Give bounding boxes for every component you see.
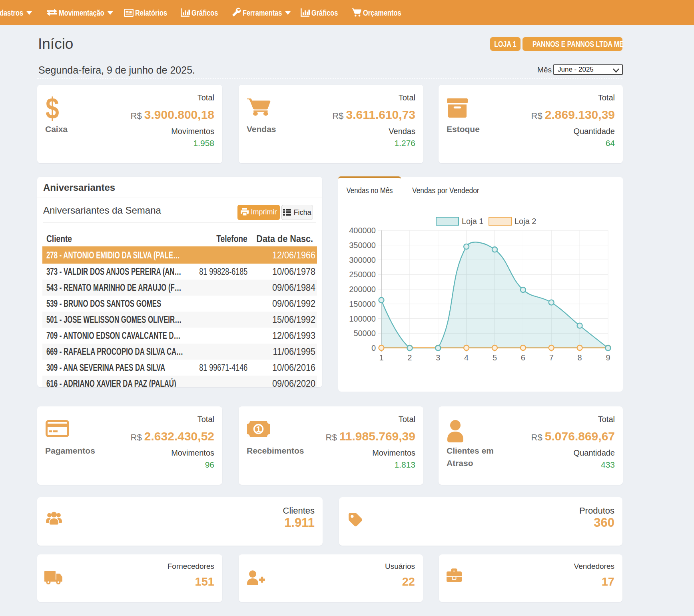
svg-text:50000: 50000: [353, 329, 376, 338]
svg-text:150000: 150000: [349, 300, 376, 308]
svg-text:350000: 350000: [349, 241, 376, 250]
svg-text:400000: 400000: [349, 226, 376, 235]
svg-text:9: 9: [606, 353, 610, 362]
svg-text:300000: 300000: [349, 256, 376, 264]
svg-text:1: 1: [379, 353, 383, 362]
svg-text:200000: 200000: [349, 285, 376, 294]
svg-text:Loja 1: Loja 1: [462, 217, 484, 226]
svg-text:7: 7: [549, 353, 554, 362]
svg-text:2: 2: [407, 353, 412, 362]
svg-text:250000: 250000: [349, 270, 376, 279]
svg-text:0: 0: [371, 344, 376, 352]
svg-text:3: 3: [436, 353, 440, 362]
svg-text:Loja 2: Loja 2: [515, 217, 536, 226]
svg-text:5: 5: [493, 353, 497, 362]
svg-text:100000: 100000: [349, 314, 376, 323]
svg-text:8: 8: [578, 353, 582, 362]
svg-text:1: 1: [256, 424, 261, 434]
svg-text:6: 6: [521, 353, 525, 362]
svg-text:4: 4: [464, 353, 469, 362]
